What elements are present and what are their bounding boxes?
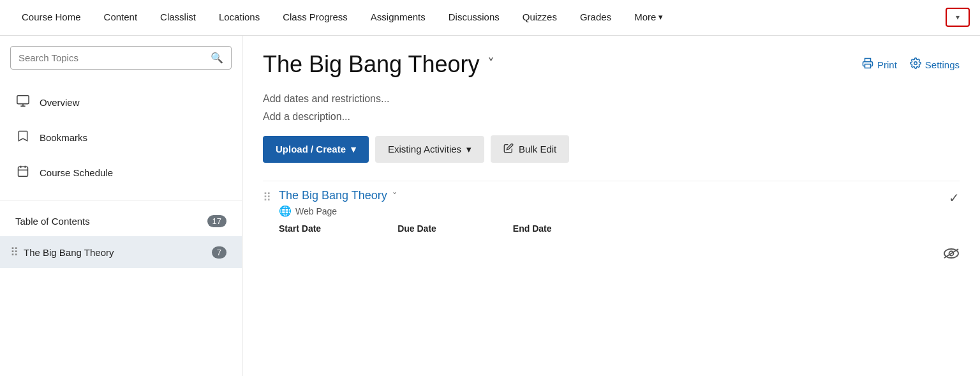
existing-activities-chevron-icon: ▾	[466, 144, 471, 155]
sidebar-item-bookmarks[interactable]: Bookmarks	[0, 120, 242, 155]
nav-item-more[interactable]: More ▾	[623, 0, 674, 36]
dropdown-chevron-icon: ▾	[956, 13, 960, 22]
nav-item-discussions[interactable]: Discussions	[437, 0, 511, 36]
add-dates-link[interactable]: Add dates and restrictions...	[263, 93, 960, 105]
nav-item-class-progress[interactable]: Class Progress	[271, 0, 359, 36]
dates-header-row: Start Date Due Date End Date	[279, 223, 941, 234]
course-schedule-icon	[15, 164, 31, 181]
search-icon[interactable]: 🔍	[211, 52, 223, 64]
toc-badge: 17	[207, 215, 226, 227]
add-description-link[interactable]: Add a description...	[263, 111, 960, 123]
page-title: The Big Bang Theory	[263, 51, 480, 78]
upload-create-label: Upload / Create	[276, 144, 346, 154]
title-dropdown-icon[interactable]: ˅	[487, 56, 494, 73]
sidebar-toc-header: Table of Contents 17	[0, 206, 242, 236]
upload-create-chevron-icon: ▾	[351, 144, 356, 155]
action-buttons: Upload / Create ▾ Existing Activities ▾ …	[263, 135, 960, 163]
toc-item-label: The Big Bang Theory	[24, 247, 114, 258]
more-dropdown-button[interactable]: ▾	[946, 8, 970, 27]
settings-icon	[910, 57, 921, 72]
sidebar: 🔍 Overview Bookmarks	[0, 36, 242, 376]
overview-icon	[15, 94, 31, 111]
end-date-header: End Date	[513, 223, 552, 234]
sidebar-divider	[0, 200, 242, 201]
sidebar-item-bookmarks-label: Bookmarks	[40, 132, 87, 143]
existing-activities-label: Existing Activities	[388, 144, 461, 154]
settings-label: Settings	[925, 59, 960, 70]
drag-handle-icon[interactable]: ⠿	[263, 189, 271, 204]
svg-rect-3	[19, 167, 28, 176]
sidebar-item-overview[interactable]: Overview	[0, 85, 242, 120]
content-item-body: The Big Bang Theory ˅ 🌐 Web Page Start D…	[279, 189, 941, 234]
toc-item-left: ⠿ The Big Bang Theory	[10, 245, 114, 259]
content-item-type: 🌐 Web Page	[279, 205, 941, 217]
bookmarks-icon	[15, 129, 31, 146]
title-row: The Big Bang Theory ˅	[263, 51, 494, 78]
bulk-edit-button[interactable]: Bulk Edit	[491, 135, 569, 163]
toc-item-badge: 7	[212, 246, 226, 259]
bulk-edit-pencil-icon	[503, 143, 514, 155]
content-item-chevron-icon[interactable]: ˅	[392, 191, 397, 201]
svg-rect-0	[17, 96, 29, 104]
sidebar-navigation: Overview Bookmarks Course Schedule	[0, 80, 242, 195]
nav-item-quizzes[interactable]: Quizzes	[511, 0, 568, 36]
nav-item-classlist[interactable]: Classlist	[149, 0, 207, 36]
visibility-toggle-icon[interactable]	[943, 246, 960, 263]
existing-activities-button[interactable]: Existing Activities ▾	[375, 136, 484, 163]
nav-item-content[interactable]: Content	[93, 0, 149, 36]
search-input[interactable]	[19, 52, 211, 63]
content-item: ⠿ The Big Bang Theory ˅ 🌐 Web Page Start…	[263, 181, 960, 241]
checkmark-icon: ✓	[949, 189, 960, 206]
top-navigation: Course Home Content Classlist Locations …	[0, 0, 980, 36]
start-date-header: Start Date	[279, 223, 321, 234]
due-date-header: Due Date	[397, 223, 436, 234]
sidebar-item-course-schedule-label: Course Schedule	[40, 167, 113, 178]
print-button[interactable]: Print	[862, 57, 897, 72]
page-layout: 🔍 Overview Bookmarks	[0, 36, 980, 376]
sidebar-toc-item-big-bang[interactable]: ⠿ The Big Bang Theory 7	[0, 236, 242, 268]
nav-item-course-home[interactable]: Course Home	[10, 0, 93, 36]
nav-item-grades[interactable]: Grades	[568, 0, 623, 36]
nav-items-list: Course Home Content Classlist Locations …	[10, 0, 970, 36]
content-item-type-label: Web Page	[295, 206, 337, 216]
nav-item-locations[interactable]: Locations	[207, 0, 271, 36]
search-box[interactable]: 🔍	[10, 46, 232, 70]
main-content: The Big Bang Theory ˅ Print	[242, 36, 980, 376]
content-item-title-row: The Big Bang Theory ˅	[279, 189, 941, 202]
sidebar-item-overview-label: Overview	[40, 97, 80, 108]
svg-point-8	[914, 61, 917, 64]
svg-rect-7	[865, 64, 870, 68]
drag-dots-icon[interactable]: ⠿	[10, 245, 19, 259]
sidebar-item-course-schedule[interactable]: Course Schedule	[0, 155, 242, 190]
upload-create-button[interactable]: Upload / Create ▾	[263, 136, 369, 163]
main-header: The Big Bang Theory ˅ Print	[263, 51, 960, 78]
header-actions: Print Settings	[862, 57, 960, 72]
more-chevron-icon: ▾	[658, 12, 663, 22]
settings-button[interactable]: Settings	[910, 57, 960, 72]
print-icon	[862, 57, 873, 72]
content-item-link[interactable]: The Big Bang Theory	[279, 189, 387, 202]
bulk-edit-label: Bulk Edit	[519, 144, 556, 154]
toc-label: Table of Contents	[15, 216, 90, 227]
nav-item-assignments[interactable]: Assignments	[359, 0, 437, 36]
print-label: Print	[877, 59, 897, 70]
globe-icon: 🌐	[279, 205, 292, 217]
